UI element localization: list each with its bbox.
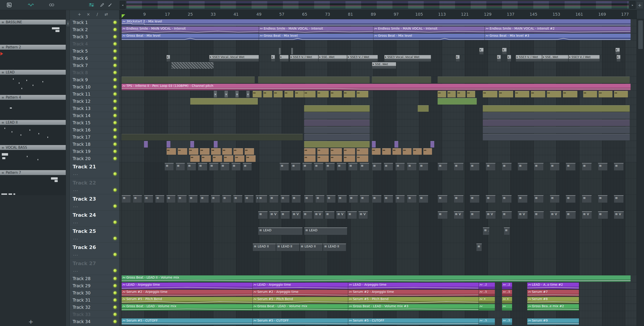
audio-clip[interactable]: ▸ bbox=[616, 55, 620, 62]
track-header[interactable]: Track 9 bbox=[70, 76, 119, 83]
scrollbar-thumb[interactable] bbox=[638, 20, 643, 49]
automation-clip[interactable]: ..2 bbox=[479, 283, 495, 289]
pattern-clip[interactable] bbox=[483, 120, 630, 126]
pattern-picker-icon[interactable] bbox=[5, 1, 13, 9]
audio-clip[interactable]: ▸ bbox=[271, 55, 275, 62]
pattern-clip[interactable] bbox=[394, 141, 398, 147]
pattern-mini-clip[interactable]: ≡ bbox=[166, 195, 176, 203]
pattern-mini-clip[interactable]: ≡ bbox=[244, 195, 254, 203]
track-header[interactable]: Track 3 bbox=[70, 33, 119, 40]
pattern-mini-clip[interactable]: ≡ bbox=[504, 228, 510, 235]
loop-clip[interactable]: ▸▸ bbox=[178, 148, 187, 155]
track-led[interactable] bbox=[113, 312, 117, 316]
track-lane[interactable]: Gross Beat - LEAD - Volume mixGross Beat… bbox=[119, 304, 637, 311]
track-led[interactable] bbox=[113, 188, 117, 192]
track-lane[interactable]: Serum #2 - Arpeggio timeSerum #2 - Arpeg… bbox=[119, 289, 637, 297]
audio-clip[interactable]: ▸SSE..Wet bbox=[372, 62, 396, 69]
loop-clip[interactable]: ▸▸ bbox=[614, 91, 628, 97]
pattern-clip[interactable] bbox=[483, 134, 630, 140]
pattern-mini-clip[interactable]: ≡ bbox=[258, 211, 268, 219]
track-header[interactable]: Track 28 bbox=[70, 275, 119, 282]
track-led[interactable] bbox=[113, 28, 117, 31]
track-lane[interactable]: ▸▸▸ bbox=[119, 48, 637, 55]
track-header[interactable]: Track 27... bbox=[70, 259, 119, 275]
loop-clip[interactable]: ▸▸ bbox=[330, 155, 342, 162]
track-header[interactable]: Track 5 bbox=[70, 48, 119, 55]
pattern-clip[interactable] bbox=[372, 77, 431, 83]
track-header[interactable]: Track 19 bbox=[70, 148, 119, 155]
pattern-clip[interactable] bbox=[304, 134, 370, 140]
pattern-clip[interactable] bbox=[122, 77, 255, 83]
track-led[interactable] bbox=[113, 85, 117, 88]
automation-clip[interactable]: Gross Beat - LEAD II - Volume mix bbox=[122, 275, 630, 282]
pattern-clip[interactable] bbox=[166, 141, 170, 147]
track-lane[interactable] bbox=[119, 105, 637, 112]
loop-clip[interactable]: ▸▸ bbox=[330, 148, 342, 155]
loop-clip[interactable]: ▸▸ bbox=[531, 91, 545, 97]
loop-clip[interactable]: ▸▸ bbox=[403, 148, 412, 155]
pattern-mini-clip[interactable]: ≡ bbox=[280, 211, 290, 219]
loop-clip[interactable]: ▸▸ bbox=[317, 91, 329, 97]
audio-clip[interactable]: ▸ bbox=[497, 55, 501, 62]
slice-icon[interactable]: ∕ bbox=[95, 12, 100, 17]
track-header[interactable]: Track 16 bbox=[70, 126, 119, 133]
pattern-mini-clip[interactable]: ≡ bbox=[372, 195, 381, 203]
audio-clip[interactable]: ▸SSE3 V..l Wet bbox=[347, 55, 378, 62]
track-led[interactable] bbox=[113, 135, 117, 139]
pattern-entry[interactable]: ≡BASSLINE bbox=[0, 20, 66, 45]
track-lane[interactable]: ≡LEAD≡LEAD≡..≡ bbox=[119, 227, 637, 243]
pattern-mini-clip[interactable]: ≡ bbox=[302, 163, 312, 171]
pattern-mini-clip[interactable]: ≡ bbox=[534, 211, 544, 219]
pattern-mini-clip[interactable]: ≡ bbox=[187, 163, 196, 171]
track-led[interactable] bbox=[113, 172, 117, 176]
audio-clip[interactable]: ▸ bbox=[456, 55, 460, 62]
loop-clip[interactable]: ▸▸ bbox=[222, 148, 232, 155]
pattern-mini-clip[interactable]: ≡ bbox=[233, 195, 242, 203]
pattern-mini-clip[interactable]: ≡ bbox=[598, 211, 608, 219]
pattern-clip[interactable] bbox=[304, 112, 370, 119]
pattern-mini-clip[interactable]: ≡ bbox=[407, 195, 416, 203]
pattern-mini-clip[interactable]: ≡ bbox=[518, 195, 528, 203]
slide-switch-icon[interactable] bbox=[88, 1, 95, 9]
track-lane[interactable]: ≡≡≡≡≡≡≡≡≡≡≡≡≡≡≡≡≡≡≡≡≡≡≡≡≡≡≡≡≡≡≡≡≡ bbox=[119, 162, 637, 179]
pattern-mini-clip[interactable]: ≡ bbox=[122, 195, 131, 203]
pattern-name-bar[interactable]: ≡Pattern 4 bbox=[0, 95, 66, 100]
pattern-mini-clip[interactable]: ≡ bbox=[144, 195, 153, 203]
automation-clip[interactable]: ..5 bbox=[479, 318, 495, 325]
pattern-mini-clip[interactable]: ≡ bbox=[211, 195, 220, 203]
pattern-mini-clip[interactable]: ≡ bbox=[550, 163, 560, 171]
track-header[interactable]: Track 12 bbox=[70, 98, 119, 105]
automation-clip[interactable]: ..2 bbox=[502, 283, 512, 289]
track-lane[interactable] bbox=[119, 41, 637, 48]
vertical-scrollbar[interactable] bbox=[636, 10, 644, 326]
waveform-icon[interactable] bbox=[27, 1, 35, 9]
loop-clip[interactable]: ▸▸ bbox=[263, 91, 272, 97]
loop-clip[interactable]: ▸▸ bbox=[372, 148, 380, 155]
track-header[interactable]: Track 32 bbox=[70, 304, 119, 311]
pattern-mini-clip[interactable]: ≡LEAD II bbox=[253, 244, 276, 251]
pattern-mini-clip[interactable]: ≡ bbox=[486, 163, 496, 171]
loop-clip[interactable]: ▸▸ bbox=[317, 148, 329, 155]
pattern-mini-clip[interactable]: ≡ bbox=[269, 195, 278, 203]
loop-clip[interactable]: ▸▸ bbox=[304, 148, 316, 155]
track-header[interactable]: Track 23... bbox=[70, 194, 119, 211]
automation-clip[interactable]: Gross Beat - Mix level bbox=[374, 34, 485, 40]
pattern-clip[interactable] bbox=[304, 141, 370, 147]
pattern-name-bar[interactable]: ≡Pattern 7 bbox=[0, 170, 66, 175]
loop-clip[interactable]: ▸▸ bbox=[563, 91, 577, 97]
loop-clip[interactable]: ▸▸ bbox=[304, 91, 316, 97]
automation-clip[interactable]: Endless Smile - MAIN VOCAL - Intensit bbox=[122, 27, 259, 33]
audio-clip[interactable]: ▸SSE3 Vocal..Vocal Wet bbox=[209, 55, 259, 62]
pattern-mini-clip[interactable]: ≡V bbox=[336, 211, 346, 219]
pattern-mini-clip[interactable]: ≡ bbox=[395, 195, 405, 203]
audio-clip[interactable]: ▸SSE..Wet bbox=[318, 55, 347, 62]
loop-clip[interactable]: ▸▸ bbox=[284, 91, 294, 97]
pattern-mini-clip[interactable]: ≡.. bbox=[483, 228, 490, 235]
track-led[interactable] bbox=[113, 221, 117, 224]
track-lane[interactable]: 3Kickstart 2 - Mix level bbox=[119, 19, 637, 26]
pattern-mini-clip[interactable]: ≡ bbox=[384, 163, 393, 171]
track-lane[interactable]: ××××▸▸▸▸▸▸▸▸▸▸▸▸▸▸▸▸▸▸▸▸▸▸▸▸▸▸▸▸▸▸▸▸▸▸▸▸… bbox=[119, 91, 637, 98]
track-led[interactable] bbox=[113, 149, 117, 153]
loop-clip[interactable]: ▸▸ bbox=[392, 148, 401, 155]
track-lane[interactable] bbox=[119, 126, 637, 134]
